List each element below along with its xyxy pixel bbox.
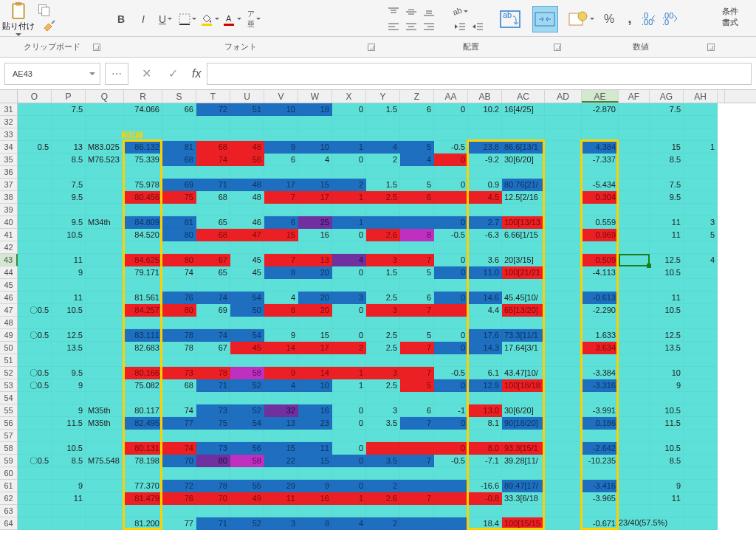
cell[interactable]: 8.5 bbox=[52, 154, 86, 166]
cell[interactable] bbox=[434, 505, 468, 517]
row-header[interactable]: 40 bbox=[0, 216, 18, 229]
conditional-format-button[interactable]: 条件書式 bbox=[716, 1, 744, 32]
cell[interactable]: 11.5 bbox=[52, 417, 86, 430]
name-box[interactable]: AE43 bbox=[4, 63, 100, 85]
cell[interactable] bbox=[230, 354, 264, 367]
cell[interactable]: 〇0.5 bbox=[18, 329, 52, 342]
cell[interactable]: 76 bbox=[162, 292, 196, 304]
cell[interactable]: 1 bbox=[684, 141, 718, 154]
cell[interactable] bbox=[18, 517, 52, 530]
cell[interactable]: 9 bbox=[264, 329, 298, 342]
cell[interactable]: 0 bbox=[434, 266, 468, 279]
cell[interactable] bbox=[619, 279, 650, 292]
cell[interactable]: 80 bbox=[196, 455, 230, 467]
cell[interactable]: 68 bbox=[162, 154, 196, 166]
cell[interactable] bbox=[619, 367, 650, 379]
cell[interactable]: 51 bbox=[230, 103, 264, 116]
cell[interactable] bbox=[468, 279, 502, 292]
cell[interactable]: 0.969 bbox=[582, 229, 619, 241]
cell[interactable]: 80.166 bbox=[124, 367, 162, 379]
cell[interactable]: 0 bbox=[434, 103, 468, 116]
cell[interactable] bbox=[582, 392, 619, 404]
cell[interactable] bbox=[434, 392, 468, 404]
cell[interactable] bbox=[230, 430, 264, 442]
cell[interactable] bbox=[86, 266, 124, 279]
cell[interactable]: 1 bbox=[332, 492, 366, 505]
cell[interactable]: 1 bbox=[332, 379, 366, 392]
cell[interactable]: 84.625 bbox=[124, 254, 162, 266]
cell[interactable]: 6 bbox=[400, 103, 434, 116]
cell[interactable]: 10.5 bbox=[52, 304, 86, 317]
cell[interactable] bbox=[619, 430, 650, 442]
cell[interactable] bbox=[545, 467, 582, 480]
cell[interactable]: 0 bbox=[434, 342, 468, 354]
cell[interactable]: 67 bbox=[196, 254, 230, 266]
cell[interactable]: 4.384 bbox=[582, 141, 619, 154]
cell[interactable] bbox=[18, 442, 52, 455]
cell[interactable]: 10 bbox=[298, 379, 332, 392]
align-left-button[interactable] bbox=[385, 20, 402, 33]
cell[interactable] bbox=[18, 417, 52, 430]
row-header[interactable]: 32 bbox=[0, 116, 18, 128]
cell[interactable]: 82.683 bbox=[124, 342, 162, 354]
cell[interactable]: 4.5 bbox=[468, 191, 502, 204]
cell[interactable]: 16[4/25] bbox=[502, 103, 545, 116]
cell[interactable] bbox=[684, 367, 718, 379]
cell[interactable] bbox=[545, 179, 582, 191]
cell[interactable] bbox=[86, 367, 124, 379]
cell[interactable]: 71 bbox=[196, 517, 230, 530]
cell[interactable]: 2.6 bbox=[366, 492, 400, 505]
cell[interactable]: 17 bbox=[264, 179, 298, 191]
cell[interactable] bbox=[400, 467, 434, 480]
cell[interactable] bbox=[434, 116, 468, 128]
cell[interactable] bbox=[545, 141, 582, 154]
cell[interactable] bbox=[545, 116, 582, 128]
cell[interactable] bbox=[502, 116, 545, 128]
cell[interactable] bbox=[86, 505, 124, 517]
cell[interactable]: 77 bbox=[162, 517, 196, 530]
row-header[interactable]: 60 bbox=[0, 467, 18, 480]
cell[interactable]: 11 bbox=[52, 254, 86, 266]
cell[interactable] bbox=[545, 241, 582, 254]
cell[interactable]: 0 bbox=[434, 292, 468, 304]
cell[interactable]: 58 bbox=[230, 367, 264, 379]
cell[interactable] bbox=[502, 430, 545, 442]
cell[interactable] bbox=[650, 430, 684, 442]
cell[interactable]: 14 bbox=[298, 367, 332, 379]
row-header[interactable]: 38 bbox=[0, 191, 18, 204]
cell[interactable]: 0 bbox=[332, 103, 366, 116]
cell[interactable]: 12.5 bbox=[52, 329, 86, 342]
row-header[interactable]: 41 bbox=[0, 229, 18, 241]
cell[interactable]: 2 bbox=[332, 342, 366, 354]
cell[interactable] bbox=[18, 342, 52, 354]
cell[interactable] bbox=[52, 505, 86, 517]
cell[interactable] bbox=[230, 204, 264, 216]
cell[interactable] bbox=[230, 467, 264, 480]
cell[interactable]: 56 bbox=[230, 442, 264, 455]
cell[interactable]: -2.870 bbox=[582, 103, 619, 116]
row-header[interactable]: 33 bbox=[0, 128, 18, 141]
cell[interactable]: 1 bbox=[332, 367, 366, 379]
cell[interactable]: 4 bbox=[332, 517, 366, 530]
cell[interactable] bbox=[684, 342, 718, 354]
column-header[interactable]: O bbox=[18, 90, 52, 103]
cell[interactable] bbox=[196, 279, 230, 292]
cell[interactable]: 2.6 bbox=[366, 229, 400, 241]
cell[interactable]: 1.633 bbox=[582, 329, 619, 342]
row-header[interactable]: 50 bbox=[0, 342, 18, 354]
cell[interactable]: 0 bbox=[332, 480, 366, 492]
row-header[interactable]: 53 bbox=[0, 379, 18, 392]
cell[interactable] bbox=[332, 354, 366, 367]
cell[interactable]: 17 bbox=[298, 191, 332, 204]
cell[interactable]: 14.6 bbox=[468, 292, 502, 304]
cell[interactable] bbox=[468, 166, 502, 179]
cell[interactable]: 8.1 bbox=[468, 417, 502, 430]
cell[interactable]: 84.257 bbox=[124, 304, 162, 317]
cell[interactable] bbox=[86, 279, 124, 292]
cell[interactable] bbox=[124, 241, 162, 254]
sheet-body[interactable]: 317.574.066667251101801.56010.216[4/25]-… bbox=[0, 103, 756, 530]
align-middle-button[interactable] bbox=[403, 5, 419, 18]
cell[interactable] bbox=[86, 116, 124, 128]
column-header[interactable]: AB bbox=[468, 90, 502, 103]
cell[interactable] bbox=[264, 467, 298, 480]
